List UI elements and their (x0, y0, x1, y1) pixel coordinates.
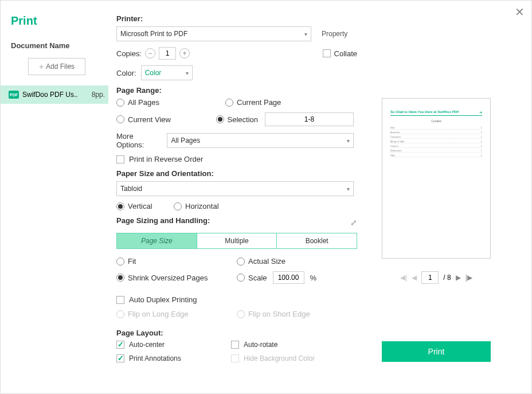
scale-input[interactable] (273, 271, 304, 284)
file-pages: 8pp. (92, 91, 105, 99)
color-label: Color: (116, 69, 136, 77)
radio-vertical[interactable] (116, 202, 124, 210)
flip-short-label: Flip on Short Edge (248, 310, 310, 318)
add-files-label: Add Files (46, 63, 75, 71)
printer-value: Microsoft Print to PDF (120, 30, 187, 38)
print-button[interactable]: Print (382, 341, 491, 362)
left-panel: Print Document Name + Add Files PDF Swif… (1, 1, 108, 393)
radio-fit[interactable] (116, 258, 124, 266)
more-options-label: More Options: (116, 132, 162, 149)
add-files-button[interactable]: + Add Files (28, 58, 85, 75)
radio-current-view[interactable] (116, 115, 124, 123)
radio-horizontal[interactable] (174, 202, 182, 210)
pager-page-input[interactable] (421, 271, 439, 284)
current-view-label: Current View (128, 115, 171, 124)
flip-long-label: Flip on Long Edge (128, 310, 189, 318)
more-options-value: All Pages (171, 136, 200, 145)
scale-unit: % (310, 274, 317, 282)
main-panel: Printer: Microsoft Print to PDF Property… (108, 1, 359, 393)
auto-center-label: Auto-center (129, 341, 165, 349)
tab-booklet[interactable]: Booklet (277, 233, 357, 248)
all-pages-label: All Pages (128, 98, 159, 107)
vertical-label: Vertical (128, 202, 152, 210)
close-icon[interactable]: ✕ (515, 5, 525, 19)
actual-size-label: Actual Size (248, 257, 285, 266)
auto-rotate-label: Auto-rotate (244, 341, 277, 349)
copies-increment[interactable]: + (179, 48, 190, 58)
shrink-label: Shrink Oversized Pages (128, 274, 208, 282)
reverse-order-checkbox[interactable] (116, 155, 124, 163)
radio-actual-size[interactable] (237, 258, 245, 266)
preview-subtitle: Content (390, 119, 482, 123)
current-page-label: Current Page (237, 98, 281, 107)
printer-label: Printer: (116, 14, 354, 23)
selection-input[interactable] (265, 112, 354, 126)
sizing-tabs: Page Size Multiple Booklet (116, 233, 357, 249)
preview-title: So Glad to Have You Here at SwifDoo PDF (390, 110, 459, 114)
auto-rotate-checkbox[interactable] (231, 341, 239, 349)
pager-total: / 8 (443, 274, 451, 282)
color-select[interactable]: Color (141, 65, 193, 80)
copies-input[interactable] (159, 47, 176, 60)
print-annotations-checkbox[interactable] (116, 354, 124, 362)
radio-selection[interactable] (216, 115, 224, 123)
fit-label: Fit (128, 257, 136, 266)
reverse-order-label: Print in Reverse Order (129, 155, 203, 163)
file-name: SwifDoo PDF Us.. (22, 91, 88, 99)
right-panel: So Glad to Have You Here at SwifDoo PDF➔… (359, 1, 531, 393)
scale-label: Scale (248, 274, 267, 282)
tab-multiple[interactable]: Multiple (197, 233, 277, 248)
preview-arrow-icon: ➔ (479, 110, 482, 114)
property-link[interactable]: Property (322, 30, 347, 38)
pager-first-icon[interactable]: ◀| (400, 274, 407, 282)
page-range-label: Page Range: (116, 86, 354, 95)
paper-size-label: Paper Size and Orientation: (116, 169, 354, 178)
radio-flip-long (116, 310, 124, 318)
dialog-title: Print (1, 14, 108, 41)
radio-scale[interactable] (237, 274, 245, 282)
file-list-item[interactable]: PDF SwifDoo PDF Us.. 8pp. (1, 85, 108, 104)
paper-size-select[interactable]: Tabloid (116, 181, 354, 196)
print-preview: So Glad to Have You Here at SwifDoo PDF➔… (382, 98, 491, 259)
radio-flip-short (237, 310, 245, 318)
copies-label: Copies: (116, 49, 142, 58)
auto-duplex-checkbox[interactable] (116, 296, 124, 304)
pager-last-icon[interactable]: |▶ (466, 274, 472, 282)
hide-bg-label: Hide Background Color (244, 354, 315, 362)
copies-decrement[interactable]: − (145, 48, 155, 58)
more-options-select[interactable]: All Pages (167, 133, 354, 148)
expand-icon[interactable]: ⤢ (350, 218, 357, 227)
collate-label: Collate (334, 49, 357, 58)
color-value: Color (145, 69, 162, 77)
auto-duplex-label: Auto Duplex Printing (129, 295, 197, 304)
pager-next-icon[interactable]: ▶ (456, 274, 461, 282)
horizontal-label: Horizontal (185, 202, 219, 210)
plus-icon: + (39, 62, 44, 71)
collate-checkbox[interactable] (323, 49, 331, 57)
radio-all-pages[interactable] (116, 99, 124, 107)
hide-bg-checkbox (231, 354, 239, 362)
document-name-header: Document Name (1, 41, 108, 58)
page-layout-label: Page Layout: (116, 329, 354, 337)
auto-center-checkbox[interactable] (116, 341, 124, 349)
radio-current-page[interactable] (225, 99, 233, 107)
tab-page-size[interactable]: Page Size (117, 233, 197, 248)
radio-shrink[interactable] (116, 274, 124, 282)
sizing-label: Page Sizing and Handling: (116, 216, 210, 225)
preview-pager: ◀| ◀ / 8 ▶ |▶ (400, 271, 472, 284)
selection-label: Selection (228, 115, 258, 124)
paper-size-value: Tabloid (120, 185, 142, 193)
print-annotations-label: Print Annotations (129, 354, 181, 362)
pager-prev-icon[interactable]: ◀ (412, 274, 417, 282)
pdf-icon: PDF (9, 91, 19, 99)
printer-select[interactable]: Microsoft Print to PDF (116, 26, 311, 41)
